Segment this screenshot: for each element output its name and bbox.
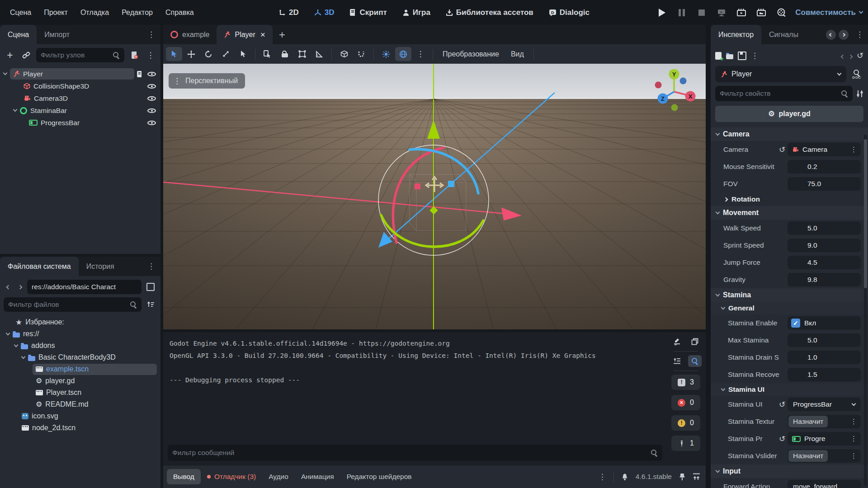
new-resource-icon[interactable] <box>715 52 722 60</box>
tab-inspector[interactable]: Инспектор <box>711 25 761 44</box>
add-node-button[interactable]: + <box>4 49 16 61</box>
file-row-player-tscn[interactable]: Player.tscn <box>0 387 160 399</box>
inspector-dock-menu-icon[interactable]: ⋮ <box>851 25 868 44</box>
section-movement[interactable]: Movement <box>711 206 868 220</box>
menu-debug[interactable]: Отладка <box>75 6 114 19</box>
projection-dropdown[interactable]: ⋮ Перспективный <box>169 73 245 89</box>
gravity-value[interactable]: 9.8 <box>788 273 861 286</box>
snap-toggle-button[interactable] <box>353 47 369 61</box>
tree-row-progressbar[interactable]: ProgressBar <box>0 117 160 129</box>
visibility-eye-icon[interactable] <box>147 70 156 78</box>
mode-asset-library[interactable]: Библиотека ассетов <box>441 6 538 19</box>
tab-animation[interactable]: Анимация <box>295 469 340 484</box>
section-input[interactable]: Input <box>711 465 868 478</box>
transform-menu[interactable]: Преобразование <box>437 47 505 61</box>
close-icon[interactable]: × <box>260 30 265 40</box>
group-selected-button[interactable] <box>294 47 310 61</box>
resource-extra-menu-icon[interactable]: ⋮ <box>751 51 759 61</box>
preview-sun-button[interactable] <box>378 47 394 61</box>
stamina-drain-value[interactable]: 1.0 <box>788 351 861 364</box>
forward-action-value[interactable]: move_forward <box>788 480 861 488</box>
filter-properties-input[interactable]: Фильтр свойств <box>715 86 853 101</box>
save-resource-icon[interactable] <box>738 52 746 60</box>
stamina-recovery-value[interactable]: 1.5 <box>788 368 861 381</box>
visibility-eye-icon[interactable] <box>147 94 156 103</box>
filter-files-input[interactable]: Фильтр файлов <box>4 297 142 312</box>
orientation-gizmo[interactable]: Y X Z <box>652 66 698 113</box>
copy-icon[interactable] <box>688 336 702 347</box>
load-resource-icon[interactable] <box>726 54 733 59</box>
warnings-badge[interactable]: ! 0 <box>671 415 700 431</box>
object-history-icon[interactable]: ↺ <box>857 51 863 61</box>
tree-row-camera3d[interactable]: Camera3D <box>0 92 160 104</box>
tab-filesystem[interactable]: Файловая система <box>0 257 79 276</box>
scene-tab-example[interactable]: example <box>163 25 217 44</box>
search-toggle-icon[interactable] <box>688 355 702 367</box>
list-select-button[interactable] <box>235 47 251 61</box>
tab-output[interactable]: Вывод <box>167 469 201 484</box>
favorites-row[interactable]: ★ Избранное: <box>0 316 160 328</box>
subsection-general[interactable]: General <box>711 302 868 314</box>
tab-debugger[interactable]: Отладчик (3) <box>201 469 262 484</box>
mode-game[interactable]: Игра <box>398 6 435 19</box>
filter-messages-input[interactable]: Фильтр сообщений <box>168 445 662 461</box>
tab-history[interactable]: История <box>79 257 122 276</box>
file-row-node2d-tscn[interactable]: node_2d.tscn <box>0 422 160 434</box>
select-list-icon[interactable] <box>259 47 276 61</box>
jump-force-value[interactable]: 4.5 <box>788 256 861 269</box>
editor-messages-badge[interactable]: 1 <box>671 436 700 451</box>
fov-value[interactable]: 75.0 <box>788 177 861 191</box>
walk-speed-value[interactable]: 5.0 <box>788 221 861 235</box>
notification-bell-icon[interactable] <box>621 473 628 481</box>
errors-badge[interactable]: × 0 <box>671 395 700 410</box>
menu-project[interactable]: Проект <box>38 6 73 19</box>
tree-row-collisionshape3d[interactable]: CollisionShape3D <box>0 80 160 92</box>
open-docs-icon[interactable]: DOC <box>850 69 863 80</box>
play-button[interactable] <box>656 7 668 19</box>
visibility-eye-icon[interactable] <box>147 119 156 127</box>
view-menu[interactable]: Вид <box>505 47 529 61</box>
3d-viewport[interactable]: ⋮ Перспективный Y X Z <box>163 64 706 329</box>
mode-dialogic[interactable]: D Dialogic <box>544 6 594 19</box>
collapse-icon[interactable] <box>21 354 26 359</box>
assign-button[interactable]: Назначит <box>788 416 828 427</box>
visibility-eye-icon[interactable] <box>147 107 156 115</box>
tree-row-staminabar[interactable]: StaminaBar <box>0 104 160 117</box>
mode-script[interactable]: Скрипт <box>345 6 392 19</box>
filesystem-menu-icon[interactable]: ⋮ <box>142 257 160 276</box>
mode-2d[interactable]: 2D <box>274 6 303 19</box>
resource-menu-icon[interactable]: ⋮ <box>850 145 858 154</box>
max-stamina-value[interactable]: 5.0 <box>788 333 861 347</box>
menu-help[interactable]: Справка <box>160 6 199 19</box>
viewport-extra-menu-icon[interactable]: ⋮ <box>412 47 429 61</box>
filter-nodes-input[interactable]: Фильтр узлов <box>36 48 124 62</box>
clear-output-icon[interactable] <box>670 336 684 347</box>
menu-editor[interactable]: Редактор <box>116 6 158 19</box>
collapse-icon[interactable] <box>13 108 18 112</box>
tab-signals[interactable]: Сигналы <box>761 25 806 44</box>
resource-menu-icon[interactable]: ⋮ <box>850 452 858 460</box>
play-custom-scene-button[interactable] <box>755 7 767 19</box>
inspector-scrollbar-thumb[interactable] <box>864 139 867 288</box>
expand-bottom-panel-icon[interactable] <box>693 473 700 480</box>
collapse-icon[interactable] <box>14 343 19 347</box>
scale-mode-button[interactable] <box>217 47 234 61</box>
all-messages-badge[interactable]: ! 3 <box>671 375 700 390</box>
folder-row-res[interactable]: res:// <box>0 328 160 340</box>
new-scene-tab-button[interactable]: + <box>273 25 292 44</box>
mouse-sensitivity-value[interactable]: 0.2 <box>788 160 861 174</box>
resource-menu-icon[interactable]: ⋮ <box>850 418 858 426</box>
forward-icon[interactable] <box>15 281 24 293</box>
tab-scene[interactable]: Сцена <box>0 25 37 44</box>
edit-next-object-icon[interactable] <box>849 52 852 60</box>
move-mode-button[interactable] <box>183 47 199 61</box>
tab-audio[interactable]: Аудио <box>262 469 295 484</box>
detach-script-icon[interactable] <box>128 49 141 61</box>
menu-scene[interactable]: Сцена <box>5 6 37 19</box>
tab-shader-editor[interactable]: Редактор шейдеров <box>340 469 418 484</box>
file-row-player-gd[interactable]: ⚙ player.gd <box>0 375 160 387</box>
scene-panel-menu-icon[interactable]: ⋮ <box>142 25 160 44</box>
back-icon[interactable] <box>4 281 13 293</box>
resource-menu-icon[interactable]: ⋮ <box>850 435 858 443</box>
subsection-stamina-ui[interactable]: Stamina UI <box>711 383 868 396</box>
